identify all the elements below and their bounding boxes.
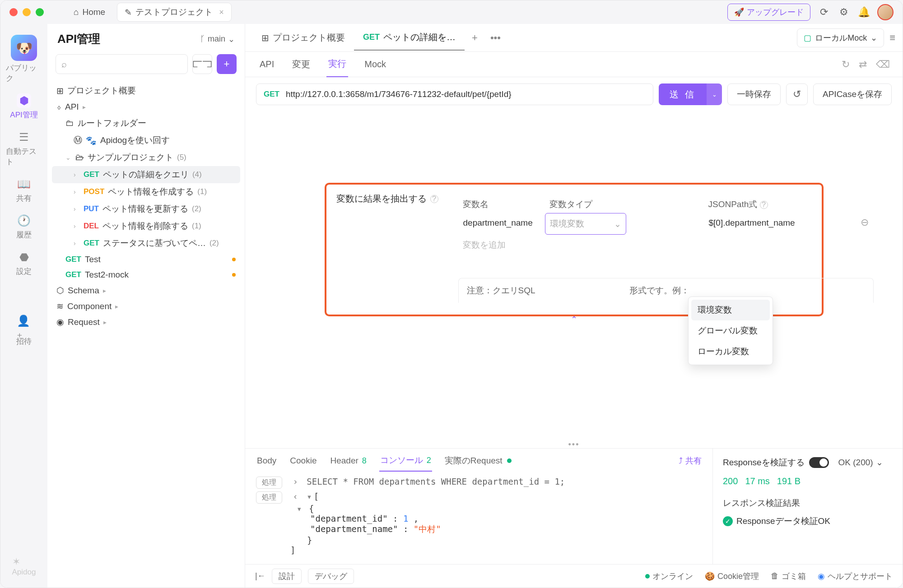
api-item-test2-mock[interactable]: GET Test2-mock bbox=[52, 267, 240, 282]
add-button[interactable]: + bbox=[217, 54, 237, 74]
help-icon[interactable]: ? bbox=[760, 201, 768, 209]
dd-env-var[interactable]: 環境変数 bbox=[691, 300, 770, 320]
refresh-icon[interactable]: ⟳ bbox=[818, 6, 830, 19]
invite-item[interactable]: 👤₊ 招待 bbox=[6, 318, 42, 348]
maximize-icon[interactable] bbox=[36, 8, 44, 16]
settings-item[interactable]: ⬣ 設定 bbox=[6, 248, 42, 278]
add-tab-button[interactable]: + bbox=[465, 32, 485, 44]
resp-tab-body[interactable]: Body bbox=[256, 451, 277, 470]
resp-tab-cookie[interactable]: Cookie bbox=[289, 451, 317, 470]
request-item[interactable]: ◉ Request ▸ bbox=[52, 314, 240, 330]
cookie-manage[interactable]: 🍪 Cookie管理 bbox=[705, 571, 759, 582]
share-item[interactable]: 📖 共有 bbox=[6, 175, 42, 205]
share-button[interactable]: ⤴ 共有 bbox=[679, 455, 702, 466]
rocket-icon: 🚀 bbox=[734, 7, 744, 17]
close-tab-icon[interactable]: × bbox=[219, 8, 224, 17]
environment-selector[interactable]: ▢ ローカルMock ⌄ bbox=[797, 28, 884, 47]
bell-icon[interactable]: 🔔 bbox=[857, 6, 870, 19]
public-label: パブリック bbox=[6, 63, 42, 83]
close-icon[interactable] bbox=[9, 8, 18, 16]
jsonpath-input[interactable]: $[0].department_name bbox=[704, 213, 856, 235]
var-type-select[interactable]: 環境変数 ⌄ bbox=[545, 213, 626, 235]
resp-tab-actual[interactable]: 実際のRequest bbox=[444, 450, 512, 471]
verify-toggle[interactable] bbox=[809, 457, 829, 468]
history-item[interactable]: 🕐 履歴 bbox=[6, 212, 42, 242]
tab-project-overview[interactable]: ⊞ プロジェクト概要 bbox=[252, 25, 354, 50]
api-item-create-pet[interactable]: › POST ペット情報を作成する (1) bbox=[52, 183, 240, 200]
check-icon: ✓ bbox=[723, 516, 733, 526]
apidog-reuse-item[interactable]: Ⓜ 🐾 Apidogを使い回す bbox=[52, 132, 240, 149]
caret-icon: › bbox=[74, 188, 80, 195]
minimize-icon[interactable] bbox=[23, 8, 31, 16]
resp-tab-console[interactable]: コンソール2 bbox=[379, 450, 432, 472]
revert-button[interactable]: ↺ bbox=[786, 83, 808, 105]
var-name-input[interactable]: department_name bbox=[458, 213, 545, 235]
schema-item[interactable]: ⬡ Schema ▸ bbox=[52, 282, 240, 298]
verify-result-heading: レスポンス検証結果 bbox=[723, 497, 893, 509]
collapse-handle[interactable]: ⌃ bbox=[256, 315, 892, 324]
code-icon[interactable]: ⇄ bbox=[859, 59, 867, 70]
home-icon: ⌂ bbox=[74, 7, 79, 17]
delete-icon[interactable]: ⌫ bbox=[876, 59, 890, 70]
resize-handle[interactable]: ••• bbox=[245, 440, 903, 448]
tab-active-api[interactable]: GET ペットの詳細を… bbox=[354, 25, 465, 51]
dd-local-var[interactable]: ローカル変数 bbox=[691, 341, 770, 362]
delete-row-button[interactable]: ⊖ bbox=[856, 213, 874, 235]
api-manage-item[interactable]: ⬢ API管理 bbox=[6, 92, 42, 122]
help-support[interactable]: ◉ ヘルプとサポート bbox=[818, 571, 893, 582]
status-selector[interactable]: OK (200) ⌄ bbox=[833, 455, 888, 470]
method-badge: GET bbox=[363, 32, 380, 42]
subtab-run[interactable]: 実行 bbox=[326, 51, 348, 77]
api-root[interactable]: ⬨ API ▸ bbox=[52, 99, 240, 115]
component-item[interactable]: ≋ Component ▸ bbox=[52, 298, 240, 314]
save-temp-button[interactable]: 一時保存 bbox=[727, 83, 781, 105]
subtab-mock[interactable]: Mock bbox=[363, 53, 388, 76]
home-tab[interactable]: ⌂ Home bbox=[66, 4, 112, 20]
main-tabs: ⊞ プロジェクト概要 GET ペットの詳細を… + ••• ▢ ローカルMock… bbox=[245, 24, 903, 52]
subtab-change[interactable]: 変更 bbox=[290, 52, 312, 77]
design-mode[interactable]: 設計 bbox=[272, 569, 302, 584]
debug-mode[interactable]: デバッグ bbox=[308, 569, 354, 584]
collapse-left-icon[interactable]: |← bbox=[255, 571, 265, 581]
process-chip: 処理 bbox=[256, 491, 282, 504]
send-dropdown[interactable]: ⌄ bbox=[707, 83, 722, 105]
api-item-query-pet[interactable]: › GET ペットの詳細をクエリ (4) bbox=[52, 166, 240, 183]
settings-label: 設定 bbox=[16, 266, 32, 277]
filter-icon: ⫍⫎ bbox=[192, 58, 212, 70]
root-folder[interactable]: 🗀 ルートフォルダー bbox=[52, 115, 240, 132]
autotest-item[interactable]: ☰ 自動テスト bbox=[6, 128, 42, 169]
api-item-delete-pet[interactable]: › DEL ペット情報を削除する (1) bbox=[52, 218, 240, 235]
workspace-item[interactable]: 🐶 パブリック bbox=[6, 33, 42, 85]
history-icon[interactable]: ↻ bbox=[842, 59, 850, 70]
add-variable-placeholder[interactable]: 変数を追加 bbox=[458, 235, 874, 255]
response-panel: Body Cookie Header8 コンソール2 実際のRequest ⤴ bbox=[245, 448, 903, 564]
sample-project-folder[interactable]: ⌄ 🗁 サンプルプロジェクト (5) bbox=[52, 149, 240, 166]
help-icon[interactable]: ? bbox=[430, 195, 438, 203]
dd-global-var[interactable]: グローバル変数 bbox=[691, 320, 770, 341]
url-input[interactable]: GET http://127.0.0.1:3658/m1/734676-7112… bbox=[256, 83, 653, 105]
avatar[interactable] bbox=[877, 4, 894, 20]
tab-overflow-button[interactable]: ••• bbox=[485, 32, 506, 44]
home-label: Home bbox=[82, 7, 105, 17]
api-item-update-pet[interactable]: › PUT ペット情報を更新する (2) bbox=[52, 200, 240, 218]
status-code: 200 bbox=[723, 476, 738, 486]
online-status[interactable]: オンライン bbox=[645, 571, 693, 582]
api-item-status-pet[interactable]: › GET ステータスに基づいてペ… (2) bbox=[52, 235, 240, 252]
branch-selector[interactable]: ᚴ main ⌄ bbox=[200, 34, 235, 44]
col-jsonpath: JSONPath式 ? bbox=[704, 196, 856, 213]
trash[interactable]: 🗑 ゴミ箱 bbox=[771, 571, 806, 582]
filter-button[interactable]: ⫍⫎ bbox=[192, 54, 212, 74]
save-case-button[interactable]: APICaseを保存 bbox=[813, 83, 892, 105]
menu-button[interactable]: ≡ bbox=[889, 32, 895, 44]
subtab-api[interactable]: API bbox=[258, 53, 276, 76]
cookie-icon: 🍪 bbox=[705, 571, 715, 581]
project-overview-item[interactable]: ⊞ プロジェクト概要 bbox=[52, 82, 240, 99]
resp-tab-header[interactable]: Header8 bbox=[329, 451, 367, 470]
gear-icon[interactable]: ⚙ bbox=[838, 6, 850, 19]
search-input[interactable]: ⌕ bbox=[56, 54, 188, 74]
upgrade-button[interactable]: 🚀 アップグレード bbox=[727, 4, 810, 21]
project-tab[interactable]: ✎ テストプロジェクト × bbox=[117, 3, 232, 22]
send-button[interactable]: 送 信 bbox=[659, 83, 707, 105]
var-type-dropdown: 環境変数 グローバル変数 ローカル変数 bbox=[688, 296, 773, 365]
api-item-test[interactable]: GET Test bbox=[52, 252, 240, 267]
